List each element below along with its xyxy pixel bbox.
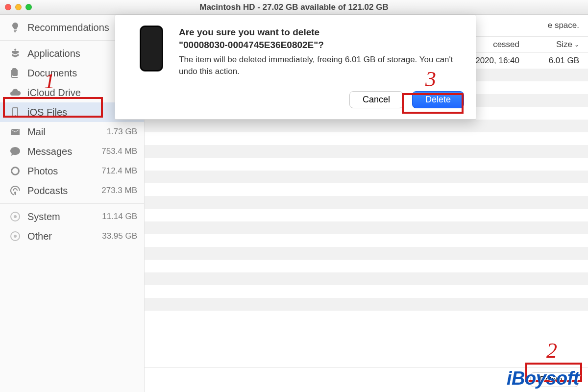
sidebar-item-system[interactable]: System 11.14 GB	[0, 207, 144, 226]
sidebar-item-label: Messages	[27, 146, 101, 157]
sidebar-item-other[interactable]: Other 33.95 GB	[0, 226, 144, 246]
podcasts-icon	[9, 184, 22, 197]
watermark: iBoysoft	[507, 368, 579, 389]
sidebar-item-label: Photos	[27, 166, 101, 177]
sidebar-item-messages[interactable]: Messages 753.4 MB	[0, 142, 144, 161]
sidebar-item-size: 712.4 MB	[101, 166, 137, 176]
confirm-delete-dialog: Are you sure you want to delete "0000803…	[115, 15, 476, 120]
sidebar-item-label: Podcasts	[27, 185, 101, 196]
dialog-body-text: The item will be deleted immediately, fr…	[179, 54, 464, 77]
sidebar-item-size: 273.3 MB	[101, 186, 137, 196]
svg-point-3	[14, 235, 17, 238]
sidebar-item-label: Other	[27, 231, 102, 242]
window-titlebar: Macintosh HD - 27.02 GB available of 121…	[0, 0, 588, 15]
photos-icon	[9, 165, 22, 177]
sidebar-item-label: Mail	[27, 126, 107, 138]
sidebar-item-size: 753.4 MB	[101, 147, 137, 156]
sidebar-item-photos[interactable]: Photos 712.4 MB	[0, 161, 144, 181]
messages-icon	[9, 145, 22, 158]
window-title: Macintosh HD - 27.02 GB available of 121…	[0, 2, 588, 12]
other-icon	[9, 230, 22, 243]
lightbulb-icon	[9, 21, 22, 34]
column-size[interactable]: Size⌄	[525, 40, 579, 49]
sidebar-item-label: System	[27, 211, 102, 222]
cell-size: 6.01 GB	[525, 56, 579, 66]
sidebar-item-size: 33.95 GB	[102, 231, 137, 241]
system-icon	[9, 210, 22, 223]
mail-icon	[9, 125, 22, 138]
sidebar-item-podcasts[interactable]: Podcasts 273.3 MB	[0, 181, 144, 200]
cloud-icon	[9, 86, 22, 99]
chevron-down-icon: ⌄	[574, 41, 579, 48]
svg-point-1	[14, 215, 17, 218]
documents-icon	[9, 67, 22, 79]
iphone-icon	[9, 106, 22, 119]
dialog-heading: Are you sure you want to delete "0000803…	[179, 26, 464, 51]
sidebar-item-size: 11.14 GB	[102, 212, 137, 221]
cancel-button[interactable]: Cancel	[349, 91, 403, 108]
sidebar-item-size: 1.73 GB	[107, 127, 137, 137]
sidebar-item-label: Applications	[27, 48, 128, 59]
applications-icon	[9, 47, 22, 60]
dialog-iphone-icon	[132, 26, 171, 108]
sidebar-item-mail[interactable]: Mail 1.73 GB	[0, 122, 144, 142]
delete-button[interactable]: Delete	[412, 91, 464, 108]
